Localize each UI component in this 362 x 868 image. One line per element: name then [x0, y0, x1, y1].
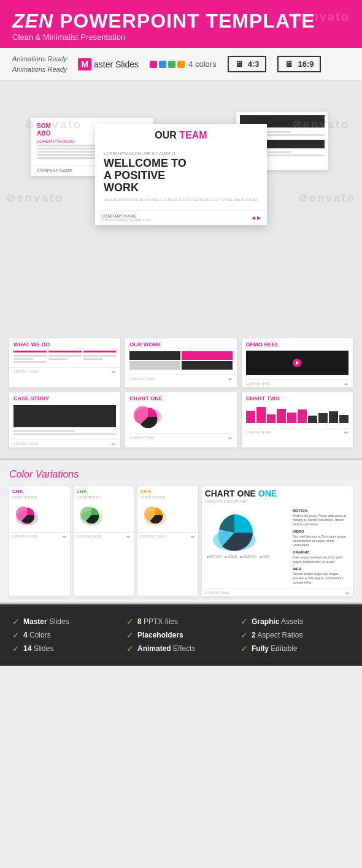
check-icon-9: ✓ — [241, 644, 248, 653]
feature-fully-editable: ✓ Fully Editable — [241, 644, 350, 653]
ratio-169-badge: 🖥 16:9 — [277, 56, 321, 72]
main-nav-dots: ◀ ▶ — [252, 215, 261, 221]
check-icon-4: ✓ — [126, 617, 134, 626]
slide-thumb-chart-one: CHART ONE COMPANY NAME ◀▶ — [125, 392, 236, 447]
slide-grid-row-2: CASE STUDY COMPANY NAME ◀▶ CHART ONE — [9, 392, 353, 447]
color-var-orange: CHA LOREM IPSUM D COMPANY NAME ◀▶ — [137, 486, 198, 596]
color-dot-orange — [177, 61, 185, 68]
feature-col-1: ✓ Master Slides ✓ 4 Colors ✓ 14 Slides — [12, 617, 121, 653]
monitor-icon-169: 🖥 — [285, 59, 293, 69]
m-icon: M — [78, 58, 91, 70]
welcome-small: LOREM IPSUM DOLOR SIT AMET IT — [104, 151, 258, 156]
left-company: COMPANY NAME — [37, 169, 72, 173]
ratio-169-label: 16:9 — [298, 59, 314, 69]
slide-thumb-chart-two: CHART TWO COMPANY NAME ◀▶ — [242, 392, 353, 447]
check-icon-7: ✓ — [241, 617, 248, 626]
pie-pink-svg — [12, 503, 42, 527]
color-dot-blue — [159, 61, 166, 68]
header-subtitle: Clean & Minimalist Presentation — [12, 32, 350, 42]
welcome-desc: LOREM IPSUM DOLOR SIT AMET CONSECTETUR A… — [104, 197, 258, 202]
feature-placeholders: ✓ Placeholders — [126, 630, 236, 640]
colors-label: 4 colors — [188, 59, 217, 69]
pie-blue-svg — [207, 508, 262, 551]
main-website: WWW.COMPANYNAME.COM — [101, 218, 151, 222]
color-var-pink: CHA LOREM IPSUM D COMPANY NAME ◀▶ — [9, 486, 70, 596]
features-bar: Animations Ready Animations Ready M aste… — [0, 48, 362, 81]
color-dots — [150, 61, 185, 68]
feature-col-3: ✓ Graphic Assets ✓ 2 Aspect Ratios ✓ Ful… — [241, 617, 350, 653]
check-icon-2: ✓ — [12, 630, 20, 640]
check-icon-8: ✓ — [241, 630, 248, 640]
ratio-43-label: 4:3 — [248, 59, 260, 69]
our-work-grid — [129, 351, 232, 370]
animations-ready: Animations Ready Animations Ready — [12, 54, 67, 74]
anim-ready-1: Animations Ready — [12, 54, 67, 64]
title-rest: POWERPOINT TEMPLATE — [53, 10, 315, 32]
slide-thumb-case-study: CASE STUDY COMPANY NAME ◀▶ — [9, 392, 120, 447]
big-chart-content: ■ MOTION ■ VIDEO ■ GRAPHIC ■ WEB MOTION … — [202, 504, 353, 588]
bottom-features: ✓ Master Slides ✓ 4 Colors ✓ 14 Slides ✓… — [0, 604, 362, 666]
slide-grid-row-1: WHAT WE DO — [9, 338, 353, 387]
feature-14-slides: ✓ 14 Slides — [12, 644, 121, 653]
feature-pptx-files: ✓ 8 PPTX files — [126, 617, 236, 626]
envato-watermark-header: ⊘envato — [291, 9, 350, 24]
feature-master-slides: ✓ Master Slides — [12, 617, 121, 626]
ratio-43-badge: 🖥 4:3 — [228, 56, 267, 72]
master-slides-badge: M aster Slides — [78, 58, 139, 70]
preview-area: ⊘envato ⊘envato ⊘envato ⊘envato SOM ABO … — [0, 81, 362, 332]
color-var-green: CHA LOREM IPSUM D COMPANY NAME ◀▶ — [74, 486, 134, 596]
slide-thumb-demo-reel: DEMO REEL COMPANY NAME ◀▶ — [242, 338, 353, 387]
feature-aspect-ratios: ✓ 2 Aspect Ratios — [241, 630, 350, 640]
colors-badge: 4 colors — [150, 59, 217, 69]
our-team-title: OUR TEAM — [95, 124, 267, 144]
play-button — [293, 359, 301, 367]
slide-main-footer: COMPANY NAME WWW.COMPANYNAME.COM ◀ ▶ — [95, 210, 267, 225]
slide-grid: WHAT WE DO — [0, 332, 362, 459]
check-icon-5: ✓ — [126, 630, 134, 640]
anim-ready-2: Animations Ready — [12, 64, 67, 75]
left-title2: ABO — [37, 130, 50, 137]
check-icon-3: ✓ — [12, 644, 20, 653]
slide-main: OUR TEAM LOREM IPSUM DOLOR SIT AMET IT W… — [95, 124, 267, 225]
color-var-blue-large: CHART ONE ONE LOREM IPSUM DOL SIT AMET ■… — [202, 486, 353, 596]
color-dot-green — [168, 61, 175, 68]
slide-welcome-content: LOREM IPSUM DOLOR SIT AMET IT WELLCOME T… — [95, 144, 267, 210]
master-slides-label: aster Slides — [94, 59, 139, 69]
pie-green-svg — [76, 503, 107, 527]
bar-chart-mini — [246, 403, 349, 425]
monitor-icon-43: 🖥 — [235, 59, 243, 69]
color-variations-section: Color Variations CHA LOREM IPSUM D COMPA… — [0, 460, 362, 603]
left-title1: SOM — [37, 123, 51, 129]
color-variations-title: Color Variations — [9, 469, 353, 480]
check-icon-6: ✓ — [126, 644, 134, 653]
main-company-name: COMPANY NAME — [101, 214, 151, 218]
feature-graphic-assets: ✓ Graphic Assets — [241, 617, 350, 626]
slide-thumb-our-work: OUR WORK COMPANY NAME ◀▶ — [125, 338, 236, 387]
title-zen: ZEN — [12, 10, 53, 32]
color-dot-pink — [150, 61, 157, 68]
slide-thumb-what-we-do: WHAT WE DO — [9, 338, 120, 387]
welcome-title-block: WELLCOME TO A POSITIVE WORK — [104, 158, 258, 194]
color-variations-row: CHA LOREM IPSUM D COMPANY NAME ◀▶ CHA LO… — [9, 486, 353, 596]
feature-4-colors: ✓ 4 Colors — [12, 630, 121, 640]
feature-col-2: ✓ 8 PPTX files ✓ Placeholders ✓ Animated… — [126, 617, 236, 653]
check-icon-1: ✓ — [12, 617, 20, 626]
feature-animated-effects: ✓ Animated Effects — [126, 644, 236, 653]
demo-reel-dark — [246, 351, 349, 375]
pie-orange-svg — [140, 503, 171, 527]
case-study-dark — [13, 405, 116, 427]
pie-chart-svg — [129, 403, 166, 428]
preview-wrapper: SOM ABO LOREM IPSUM DO COMPANY NAME — [12, 93, 350, 320]
header: ZEN POWERPOINT TEMPLATE Clean & Minimali… — [0, 0, 362, 48]
